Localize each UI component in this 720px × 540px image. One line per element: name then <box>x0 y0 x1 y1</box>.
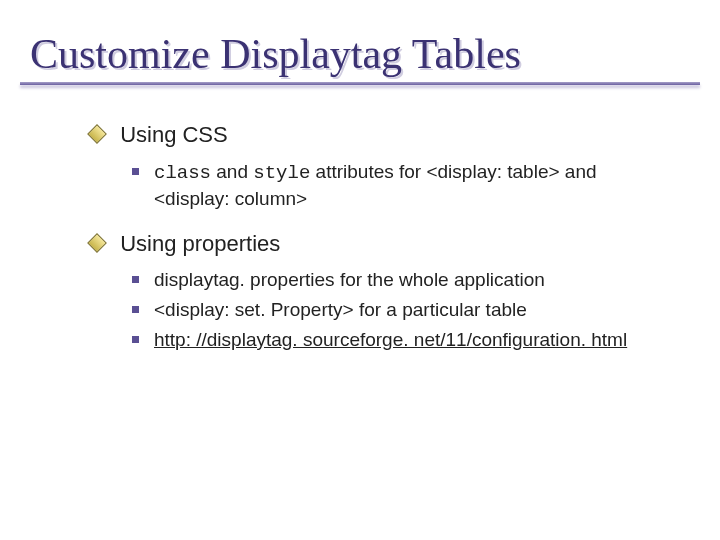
diamond-icon <box>87 233 107 253</box>
bullet-level1: Using properties <box>90 230 670 258</box>
slide: Customize Displaytag Tables Using CSS cl… <box>0 0 720 540</box>
section-heading: Using CSS <box>120 122 228 147</box>
code-text: style <box>253 162 310 184</box>
body-text: and <box>211 161 253 182</box>
bullet-level2: displaytag. properties for the whole app… <box>130 267 670 293</box>
slide-title: Customize Displaytag Tables <box>30 30 690 78</box>
square-icon <box>132 336 139 343</box>
sublist: displaytag. properties for the whole app… <box>130 267 670 352</box>
square-icon <box>132 306 139 313</box>
bullet-level2: <display: set. Property> for a particula… <box>130 297 670 323</box>
sublist: class and style attributes for <display:… <box>130 159 670 212</box>
code-text: class <box>154 162 211 184</box>
bullet-level2: http: //displaytag. sourceforge. net/11/… <box>130 327 670 353</box>
bullet-level2: class and style attributes for <display:… <box>130 159 670 212</box>
body-text: <display: set. Property> for a particula… <box>154 299 527 320</box>
square-icon <box>132 168 139 175</box>
square-icon <box>132 276 139 283</box>
diamond-icon <box>87 124 107 144</box>
section-heading: Using properties <box>120 231 280 256</box>
slide-body: Using CSS class and style attributes for… <box>30 85 690 352</box>
link-text[interactable]: http: //displaytag. sourceforge. net/11/… <box>154 329 627 350</box>
body-text: displaytag. properties for the whole app… <box>154 269 545 290</box>
bullet-level1: Using CSS <box>90 121 670 149</box>
